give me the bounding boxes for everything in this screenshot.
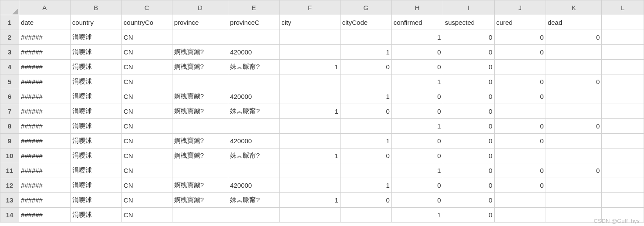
spreadsheet-grid[interactable]: ABCDEFGHIJKL 1datecountrycountryCoprovin… xyxy=(0,0,644,223)
row-header-1[interactable]: 1 xyxy=(0,15,19,30)
cell-G10[interactable]: 0 xyxy=(340,148,391,163)
cell-I2[interactable]: 0 xyxy=(443,30,494,45)
cell-C4[interactable]: CN xyxy=(121,60,172,74)
cell-A7[interactable]: ###### xyxy=(19,104,70,119)
col-header-G[interactable]: G xyxy=(340,0,391,15)
cell-B1[interactable]: country xyxy=(70,15,121,30)
cell-J10[interactable] xyxy=(494,148,546,163)
cell-I14[interactable]: 0 xyxy=(443,208,494,223)
cell-A13[interactable]: ###### xyxy=(19,193,70,208)
cell-K11[interactable]: 0 xyxy=(546,163,602,178)
cell-G3[interactable]: 1 xyxy=(340,45,391,60)
cell-C11[interactable]: CN xyxy=(121,163,172,178)
cell-K8[interactable]: 0 xyxy=(546,119,602,134)
cell-D2[interactable] xyxy=(172,30,228,45)
col-header-H[interactable]: H xyxy=(391,0,443,15)
cell-K13[interactable] xyxy=(546,193,602,208)
cell-L14[interactable] xyxy=(602,208,644,223)
cell-E4[interactable]: 姝︽眽甯? xyxy=(228,60,280,74)
cell-B13[interactable]: 涓嘤浗 xyxy=(70,193,121,208)
cell-E8[interactable] xyxy=(228,119,280,134)
cell-H11[interactable]: 1 xyxy=(391,163,443,178)
cell-H14[interactable]: 1 xyxy=(391,208,443,223)
row-header-5[interactable]: 5 xyxy=(0,74,19,89)
row-header-3[interactable]: 3 xyxy=(0,45,19,60)
cell-I9[interactable]: 0 xyxy=(443,134,494,148)
cell-I6[interactable]: 0 xyxy=(443,89,494,104)
row-header-7[interactable]: 7 xyxy=(0,104,19,119)
cell-F3[interactable] xyxy=(280,45,340,60)
cell-L8[interactable] xyxy=(602,119,644,134)
col-header-J[interactable]: J xyxy=(494,0,546,15)
cell-I4[interactable]: 0 xyxy=(443,60,494,74)
cell-G9[interactable]: 1 xyxy=(340,134,391,148)
cell-I10[interactable]: 0 xyxy=(443,148,494,163)
cell-G2[interactable] xyxy=(340,30,391,45)
cell-E12[interactable]: 420000 xyxy=(228,178,280,193)
cell-B4[interactable]: 涓嘤浗 xyxy=(70,60,121,74)
cell-J14[interactable] xyxy=(494,208,546,223)
cell-E1[interactable]: provinceC xyxy=(228,15,280,30)
select-all-corner[interactable] xyxy=(0,0,19,15)
cell-F10[interactable]: 1 xyxy=(280,148,340,163)
cell-K4[interactable] xyxy=(546,60,602,74)
col-header-I[interactable]: I xyxy=(443,0,494,15)
cell-K7[interactable] xyxy=(546,104,602,119)
cell-B10[interactable]: 涓嘤浗 xyxy=(70,148,121,163)
cell-F8[interactable] xyxy=(280,119,340,134)
cell-H8[interactable]: 1 xyxy=(391,119,443,134)
cell-H2[interactable]: 1 xyxy=(391,30,443,45)
cell-L13[interactable] xyxy=(602,193,644,208)
col-header-F[interactable]: F xyxy=(280,0,340,15)
cell-H5[interactable]: 1 xyxy=(391,74,443,89)
cell-B14[interactable]: 涓嘤浗 xyxy=(70,208,121,223)
cell-K3[interactable] xyxy=(546,45,602,60)
cell-J11[interactable]: 0 xyxy=(494,163,546,178)
cell-B7[interactable]: 涓嘤浗 xyxy=(70,104,121,119)
cell-A10[interactable]: ###### xyxy=(19,148,70,163)
cell-D5[interactable] xyxy=(172,74,228,89)
cell-G6[interactable]: 1 xyxy=(340,89,391,104)
cell-A8[interactable]: ###### xyxy=(19,119,70,134)
cell-H9[interactable]: 0 xyxy=(391,134,443,148)
cell-E11[interactable] xyxy=(228,163,280,178)
cell-L11[interactable] xyxy=(602,163,644,178)
cell-J6[interactable]: 0 xyxy=(494,89,546,104)
cell-C7[interactable]: CN xyxy=(121,104,172,119)
cell-C6[interactable]: CN xyxy=(121,89,172,104)
row-header-2[interactable]: 2 xyxy=(0,30,19,45)
cell-D3[interactable]: 婀栧寶鐪? xyxy=(172,45,228,60)
cell-B9[interactable]: 涓嘤浗 xyxy=(70,134,121,148)
cell-L12[interactable] xyxy=(602,178,644,193)
cell-L2[interactable] xyxy=(602,30,644,45)
cell-A2[interactable]: ###### xyxy=(19,30,70,45)
cell-B2[interactable]: 涓嘤浗 xyxy=(70,30,121,45)
cell-G7[interactable]: 0 xyxy=(340,104,391,119)
cell-B6[interactable]: 涓嘤浗 xyxy=(70,89,121,104)
cell-C5[interactable]: CN xyxy=(121,74,172,89)
cell-D6[interactable]: 婀栧寶鐪? xyxy=(172,89,228,104)
row-header-8[interactable]: 8 xyxy=(0,119,19,134)
cell-E13[interactable]: 姝︽眽甯? xyxy=(228,193,280,208)
cell-H1[interactable]: confirmed xyxy=(391,15,443,30)
cell-C14[interactable]: CN xyxy=(121,208,172,223)
cell-D10[interactable]: 婀栧寶鐪? xyxy=(172,148,228,163)
cell-D7[interactable]: 婀栧寶鐪? xyxy=(172,104,228,119)
cell-E3[interactable]: 420000 xyxy=(228,45,280,60)
cell-I12[interactable]: 0 xyxy=(443,178,494,193)
cell-D12[interactable]: 婀栧寶鐪? xyxy=(172,178,228,193)
cell-L10[interactable] xyxy=(602,148,644,163)
cell-K10[interactable] xyxy=(546,148,602,163)
cell-L6[interactable] xyxy=(602,89,644,104)
cell-F13[interactable]: 1 xyxy=(280,193,340,208)
cell-D11[interactable] xyxy=(172,163,228,178)
cell-H4[interactable]: 0 xyxy=(391,60,443,74)
row-header-11[interactable]: 11 xyxy=(0,163,19,178)
cell-J7[interactable] xyxy=(494,104,546,119)
cell-A14[interactable]: ###### xyxy=(19,208,70,223)
row-header-4[interactable]: 4 xyxy=(0,60,19,74)
cell-G1[interactable]: cityCode xyxy=(340,15,391,30)
cell-A4[interactable]: ###### xyxy=(19,60,70,74)
cell-I5[interactable]: 0 xyxy=(443,74,494,89)
cell-K1[interactable]: dead xyxy=(546,15,602,30)
